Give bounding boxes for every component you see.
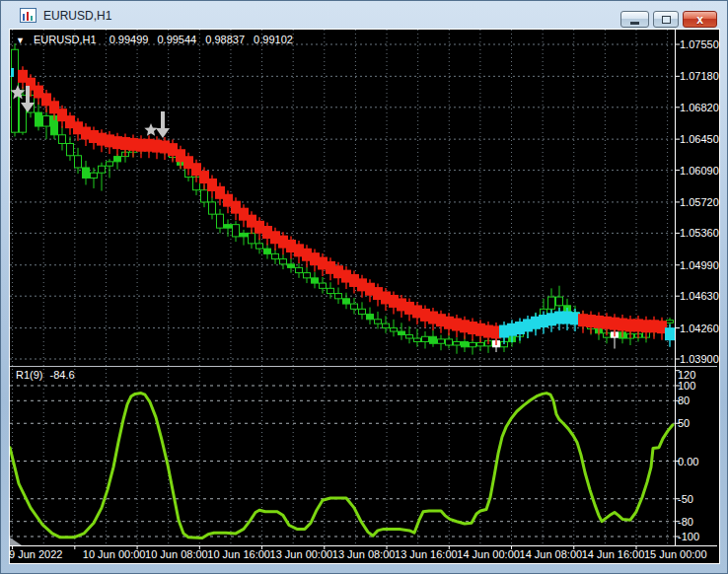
title-bar[interactable]: EURUSD,H1 x — [2, 2, 726, 29]
price-axis-label: 1.06820 — [680, 101, 719, 114]
price-axis-label: 1.06450 — [680, 132, 719, 146]
price-axis-label: 1.07550 — [680, 37, 719, 51]
candle-body — [75, 156, 82, 168]
low-value: 0.98837 — [205, 34, 245, 45]
candle-body — [335, 294, 342, 299]
candle-body — [556, 297, 563, 306]
candle-body — [241, 233, 248, 236]
sell-arrow-shaft — [26, 86, 30, 103]
candle-body — [359, 309, 366, 314]
star-icon — [144, 123, 157, 136]
close-value: 0.99102 — [254, 34, 293, 45]
candle-body — [99, 166, 106, 173]
candle-body — [201, 190, 208, 202]
open-value: 0.99499 — [109, 34, 149, 45]
candle-body — [225, 225, 232, 228]
price-axis-label: 1.06090 — [680, 164, 719, 178]
candle-body — [43, 116, 50, 126]
oscillator-line — [10, 394, 673, 538]
candle-body — [256, 244, 263, 249]
candle-body — [351, 304, 358, 309]
time-axis[interactable]: 9 Jun 202210 Jun 00:0010 Jun 08:0010 Jun… — [10, 545, 719, 563]
price-axis[interactable]: 1.075501.071801.068201.064501.060901.057… — [676, 30, 719, 545]
price-axis-label: 1.04630 — [680, 289, 719, 303]
application-window: EURUSD,H1 x ▼ EURUSD,H1 0.99499 0.99544 … — [0, 0, 728, 574]
indicator-axis-label: -80 — [678, 515, 693, 529]
indicator-axis-label: 0.00 — [678, 455, 698, 468]
time-axis-label: 14 Jun 08:00 — [520, 547, 583, 561]
trend-dot — [665, 327, 675, 340]
candle-body — [91, 173, 98, 178]
time-axis-label: 13 Jun 00:00 — [270, 547, 333, 561]
candle-body — [59, 135, 66, 144]
candle-body — [422, 336, 429, 341]
candle-body — [343, 299, 350, 304]
candle-body — [83, 168, 90, 178]
close-button[interactable]: x — [683, 11, 717, 28]
candle-body — [548, 297, 555, 309]
candle-body — [391, 328, 398, 331]
candle-body — [477, 342, 484, 345]
candle-body — [107, 162, 113, 166]
minimize-button[interactable] — [620, 11, 649, 28]
candle-body — [462, 342, 469, 347]
candle-body — [296, 267, 303, 272]
time-axis-label: 9 Jun 2022 — [9, 547, 62, 561]
candle-body — [454, 342, 461, 345]
candle-body — [328, 288, 334, 293]
indicator-name: R1(9) — [16, 369, 43, 381]
candle-body — [667, 321, 674, 323]
indicator-tick — [11, 68, 14, 77]
candlestick-layer — [12, 43, 674, 355]
time-axis-label: 10 Jun 08:00 — [145, 547, 208, 561]
symbol-dropdown-icon[interactable]: ▼ — [16, 36, 25, 45]
indicator-label: R1(9) -84.6 — [16, 369, 79, 381]
series-layer — [10, 43, 675, 538]
indicator-axis-label: 80 — [678, 394, 690, 407]
close-icon: x — [696, 13, 703, 27]
candle-body — [209, 202, 216, 214]
window-controls: x — [620, 11, 717, 28]
chart-ohlc-header: ▼ EURUSD,H1 0.99499 0.99544 0.98837 0.99… — [16, 34, 299, 45]
candle-body — [217, 214, 224, 228]
price-axis-label: 1.03900 — [680, 352, 719, 366]
candle-body — [430, 336, 437, 343]
chart-canvas[interactable] — [10, 30, 717, 561]
candle-body — [280, 259, 287, 264]
minimize-icon — [630, 22, 639, 25]
indicator-axis-label: -100 — [678, 530, 699, 543]
panel-resize-grip[interactable] — [10, 538, 22, 545]
chart-window-icon — [20, 8, 36, 23]
candle-body — [367, 315, 374, 320]
price-axis-label: 1.05360 — [680, 226, 719, 240]
candle-body — [414, 338, 421, 341]
candle-body — [36, 112, 42, 126]
window-title: EURUSD,H1 — [43, 9, 111, 23]
restore-icon — [662, 16, 671, 24]
candle-body — [399, 331, 405, 334]
candle-body — [304, 273, 311, 278]
time-axis-label: 15 Jun 00:00 — [644, 547, 707, 561]
high-value: 0.99544 — [157, 34, 196, 45]
candle-body — [114, 157, 121, 162]
time-axis-label: 10 Jun 00:00 — [83, 547, 146, 561]
candle-body — [383, 323, 390, 327]
indicator-axis-label: 50 — [678, 416, 690, 430]
candle-body — [288, 264, 295, 267]
candle-body — [470, 342, 476, 346]
candle-body — [264, 249, 271, 253]
symbol-timeframe-label: EURUSD,H1 — [34, 34, 97, 45]
candle-body — [375, 320, 382, 323]
restore-button[interactable] — [653, 11, 679, 28]
price-axis-label: 1.04260 — [680, 322, 719, 335]
candle-body — [20, 96, 27, 133]
time-axis-label: 13 Jun 08:00 — [332, 547, 396, 561]
candle-body — [249, 233, 255, 243]
candle-body — [312, 278, 319, 283]
candle-body — [406, 335, 413, 338]
price-axis-label: 1.07180 — [680, 69, 719, 83]
time-axis-label: 13 Jun 16:00 — [395, 547, 458, 561]
candle-body — [320, 283, 327, 288]
time-axis-label: 10 Jun 16:00 — [207, 547, 270, 561]
candle-body — [233, 225, 240, 237]
